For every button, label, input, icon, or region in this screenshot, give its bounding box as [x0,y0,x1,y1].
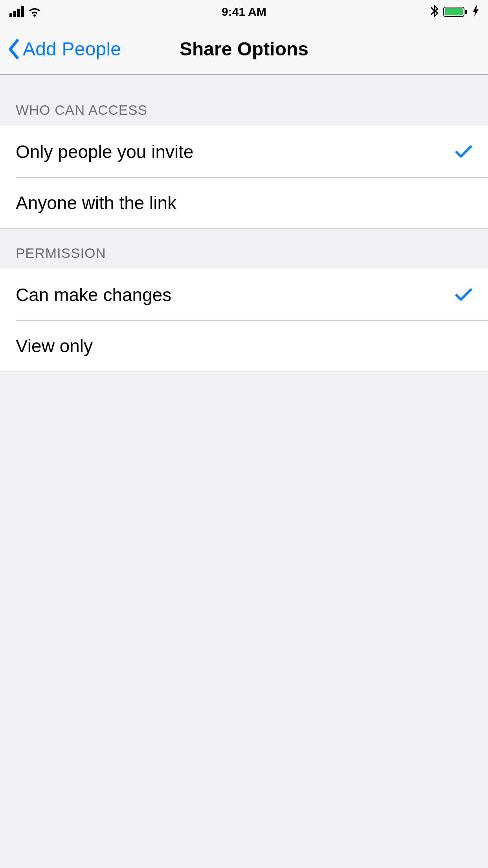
access-options-group: Only people you invite Anyone with the l… [0,126,488,229]
option-label: Only people you invite [16,141,194,162]
chevron-left-icon [8,38,20,60]
status-right [431,5,479,19]
cellular-signal-icon [9,6,24,17]
option-label: Can make changes [16,284,171,305]
wifi-icon [28,7,41,17]
checkmark-icon [455,144,472,159]
clock-label: 9:41 AM [0,5,488,18]
checkmark-icon [455,287,472,302]
status-left [9,6,41,17]
option-label: Anyone with the link [16,192,176,213]
back-button[interactable]: Add People [0,38,121,60]
permission-options-group: Can make changes View only [0,269,488,372]
navigation-bar: Add People Share Options [0,24,488,75]
status-bar: 9:41 AM [0,0,488,24]
option-label: View only [16,335,93,357]
section-header-permission: PERMISSION [0,229,488,269]
bluetooth-icon [431,5,438,19]
charging-icon [473,6,479,18]
permission-option-can-edit[interactable]: Can make changes [0,269,488,320]
access-option-anyone-link[interactable]: Anyone with the link [0,177,488,228]
back-label: Add People [23,38,121,60]
permission-option-view-only[interactable]: View only [0,320,488,371]
battery-icon [443,7,467,17]
access-option-invite-only[interactable]: Only people you invite [0,126,488,177]
section-header-access: WHO CAN ACCESS [0,75,488,126]
